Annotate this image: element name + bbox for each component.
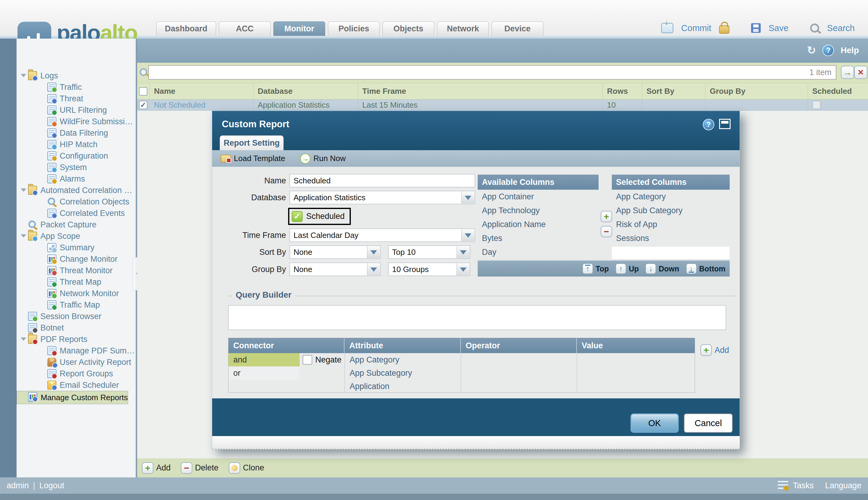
selected-column-item[interactable]: App Sub Category	[612, 204, 730, 217]
load-template-button[interactable]: Load Template	[221, 154, 285, 163]
connector-and-option[interactable]: and	[229, 353, 300, 366]
filter-input[interactable]: 1 item	[148, 65, 836, 80]
available-column-item[interactable]: Day	[478, 245, 599, 259]
order-button[interactable]: ↓Down	[645, 263, 679, 274]
sidebar-item[interactable]: Change Monitor	[16, 253, 136, 265]
delete-report-button[interactable]: −Delete	[181, 462, 219, 474]
column-header-scheduled[interactable]: Scheduled	[808, 83, 868, 99]
sidebar-item[interactable]: PDF Reports	[16, 333, 136, 345]
sidebar-item[interactable]: Report Groups	[16, 368, 136, 379]
order-button[interactable]: ↓Bottom	[686, 263, 726, 274]
sidebar-item[interactable]: Botnet	[16, 322, 136, 333]
remove-column-button[interactable]: −	[601, 226, 612, 237]
sidebar-item[interactable]: Threat Map	[16, 276, 136, 288]
available-column-item[interactable]: Application Name	[478, 217, 599, 231]
group-by-select[interactable]: None	[290, 263, 381, 276]
ok-button[interactable]: OK	[630, 413, 679, 433]
chevron-down-icon[interactable]	[456, 263, 470, 275]
scheduled-checkbox[interactable]: ✓	[292, 211, 303, 222]
run-now-button[interactable]: →Run Now	[300, 154, 346, 164]
nav-tab[interactable]: Objects	[382, 21, 434, 36]
sidebar-item[interactable]: Correlated Events	[16, 207, 136, 219]
lock-icon[interactable]	[719, 25, 729, 34]
available-column-item[interactable]: App Technology	[478, 204, 599, 217]
sidebar-item[interactable]: WildFire Submissions	[16, 116, 136, 127]
column-header-time-frame[interactable]: Time Frame	[358, 83, 603, 99]
sidebar-item[interactable]: Alarms	[16, 173, 136, 184]
attribute-option[interactable]: Application	[345, 380, 461, 393]
logout-link[interactable]: Logout	[39, 481, 65, 490]
dialog-resize-strip[interactable]	[212, 436, 740, 449]
connector-or-option[interactable]: or	[229, 366, 300, 380]
sidebar-item[interactable]: App Scope	[16, 230, 136, 242]
tasks-button[interactable]: Tasks	[793, 481, 814, 490]
available-column-item[interactable]: Bytes	[478, 231, 599, 245]
commit-button[interactable]: Commit	[681, 23, 711, 33]
qb-add-button[interactable]: +Add	[701, 344, 729, 356]
query-textarea[interactable]	[228, 305, 726, 330]
sidebar-item[interactable]: URL Filtering	[16, 104, 136, 116]
help-label[interactable]: Help	[841, 46, 859, 55]
nav-tab[interactable]: Device	[491, 21, 543, 36]
sidebar-item[interactable]: Logs	[16, 70, 136, 81]
time-frame-select[interactable]: Last Calendar Day	[290, 229, 475, 242]
sidebar-item[interactable]: User Activity Report	[16, 356, 136, 368]
group-by-limit-select[interactable]: 10 Groups	[388, 263, 470, 276]
nav-tab[interactable]: ACC	[219, 21, 271, 36]
selected-column-item[interactable]: Risk of App	[612, 217, 730, 231]
refresh-icon[interactable]: ↻	[807, 45, 816, 56]
column-header-sort-by[interactable]: Sort By	[642, 83, 706, 99]
sidebar-item[interactable]: Network Monitor	[16, 288, 136, 299]
sidebar-item[interactable]: Packet Capture	[16, 219, 136, 230]
name-field[interactable]: Scheduled	[290, 174, 475, 187]
sort-by-limit-select[interactable]: Top 10	[388, 246, 470, 259]
order-button[interactable]: ↑Up	[615, 263, 639, 274]
cancel-button[interactable]: Cancel	[684, 413, 733, 433]
sidebar-item[interactable]: Traffic	[16, 81, 136, 93]
sidebar-item[interactable]: Threat	[16, 93, 136, 104]
report-table-row[interactable]: ✓ Not Scheduled Application Statistics L…	[137, 100, 868, 111]
nav-tab[interactable]: Policies	[328, 21, 380, 36]
sidebar-item[interactable]: Threat Monitor	[16, 265, 136, 276]
dialog-help-icon[interactable]: ?	[703, 119, 714, 130]
negate-checkbox[interactable]	[303, 355, 312, 365]
chevron-down-icon[interactable]	[456, 246, 470, 258]
chevron-down-icon[interactable]	[461, 192, 474, 204]
nav-tab[interactable]: Monitor	[273, 21, 325, 36]
apply-filter-button[interactable]: →	[841, 66, 854, 79]
select-all-checkbox[interactable]	[139, 87, 147, 95]
search-button[interactable]: Search	[827, 23, 855, 33]
sidebar-item[interactable]: HIP Match	[16, 139, 136, 150]
sidebar-item[interactable]: Summary	[16, 242, 136, 253]
nav-tab[interactable]: Dashboard	[156, 21, 216, 36]
sidebar-item[interactable]: Correlation Objects	[16, 196, 136, 207]
sidebar-item[interactable]: Manage PDF Summary	[16, 345, 136, 356]
sidebar-item[interactable]: Data Filtering	[16, 127, 136, 139]
selected-column-item[interactable]: App Category	[612, 190, 730, 204]
available-column-item[interactable]: App Container	[478, 190, 599, 204]
clone-report-button[interactable]: Clone	[229, 462, 264, 474]
add-column-button[interactable]: +	[601, 211, 612, 222]
attribute-option[interactable]: App Category	[345, 353, 461, 366]
order-button[interactable]: ↑Top	[582, 263, 609, 274]
chevron-down-icon[interactable]	[367, 263, 380, 275]
column-header-rows[interactable]: Rows	[603, 83, 642, 99]
chevron-down-icon[interactable]	[367, 246, 380, 258]
sidebar-item[interactable]: Session Browser	[16, 311, 136, 322]
add-report-button[interactable]: +Add	[142, 462, 171, 474]
clear-filter-button[interactable]: ✕	[854, 66, 867, 79]
save-button[interactable]: Save	[768, 23, 788, 33]
row-checkbox[interactable]: ✓	[139, 101, 147, 109]
selected-column-item[interactable]: Sessions	[612, 231, 730, 245]
database-select[interactable]: Application Statistics	[290, 191, 475, 204]
tab-report-setting[interactable]: Report Setting	[220, 135, 283, 150]
language-button[interactable]: Language	[825, 481, 861, 490]
column-header-group-by[interactable]: Group By	[706, 83, 808, 99]
sidebar-item[interactable]: Configuration	[16, 150, 136, 162]
column-header-name[interactable]: Name	[150, 83, 254, 99]
sidebar-item[interactable]: Traffic Map	[16, 299, 136, 311]
nav-tab[interactable]: Network	[437, 21, 489, 36]
column-header-database[interactable]: Database	[254, 83, 358, 99]
report-name-link[interactable]: Not Scheduled	[150, 100, 254, 110]
scheduled-checkbox-group[interactable]: ✓ Scheduled	[288, 208, 351, 225]
